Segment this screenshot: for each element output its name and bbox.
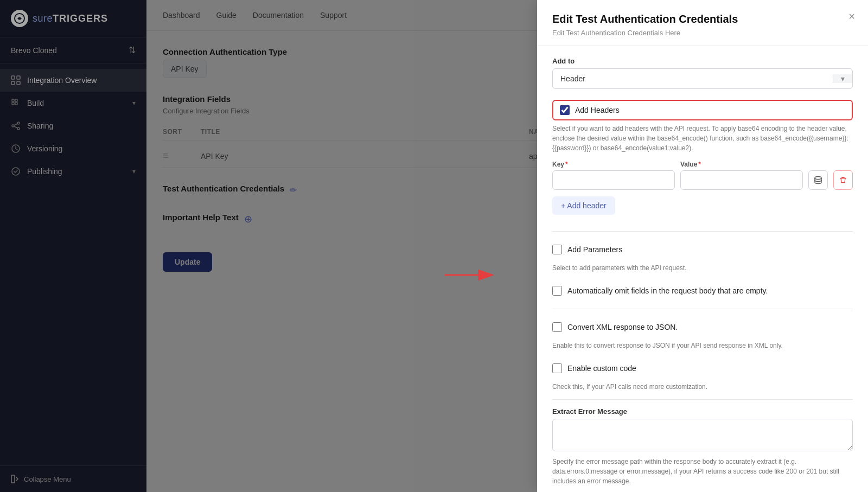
value-group: Value* (680, 161, 803, 190)
add-parameters-checkbox[interactable] (552, 245, 562, 254)
key-required: * (565, 161, 568, 168)
modal-panel: Edit Test Authentication Credentials Edi… (537, 0, 868, 492)
value-label: Value* (680, 161, 803, 168)
key-label: Key* (552, 161, 675, 168)
divider-1 (552, 231, 853, 232)
omit-fields-checkbox[interactable] (552, 286, 562, 296)
database-icon (814, 176, 822, 184)
value-input[interactable] (680, 170, 803, 190)
modal-title: Edit Test Authentication Credentials (552, 13, 853, 25)
extract-error-description: Specify the error message path within th… (552, 457, 853, 486)
add-headers-label: Add Headers (575, 106, 620, 114)
key-group: Key* (552, 161, 675, 190)
custom-code-label: Enable custom code (567, 364, 636, 373)
add-parameters-label: Add Parameters (567, 245, 622, 254)
omit-fields-label: Automatically omit fields in the request… (567, 286, 768, 295)
omit-fields-row: Automatically omit fields in the request… (552, 280, 853, 301)
custom-code-description: Check this, If your API calls need more … (552, 382, 853, 392)
convert-xml-description: Enable this to convert response to JSON … (552, 341, 853, 350)
key-input[interactable] (552, 170, 675, 190)
modal-close-button[interactable]: × (848, 11, 855, 22)
add-to-label: Add to (552, 57, 853, 65)
custom-code-checkbox[interactable] (552, 363, 562, 373)
select-arrow-icon: ▾ (833, 74, 852, 83)
add-headers-description: Select if you want to add headers with t… (552, 124, 853, 153)
add-headers-checkbox[interactable] (560, 105, 570, 115)
add-header-button[interactable]: + Add header (552, 196, 615, 215)
add-to-select[interactable]: Header Query Params Body (553, 69, 833, 88)
convert-xml-row: Convert XML response to JSON. (552, 317, 853, 337)
modal-body: Add to Header Query Params Body ▾ Add He… (537, 46, 868, 492)
value-required: * (698, 161, 701, 168)
divider-3 (552, 399, 853, 400)
divider-2 (552, 309, 853, 309)
add-parameters-row: Add Parameters (552, 239, 853, 260)
convert-xml-label: Convert XML response to JSON. (567, 323, 678, 331)
svg-point-19 (815, 177, 821, 180)
add-parameters-description: Select to add parameters with the API re… (552, 263, 853, 273)
modal-subtitle: Edit Test Authentication Credentials Her… (552, 29, 853, 37)
add-to-select-wrapper[interactable]: Header Query Params Body ▾ (552, 68, 853, 89)
modal-header: Edit Test Authentication Credentials Edi… (537, 0, 868, 46)
custom-code-row: Enable custom code (552, 358, 853, 379)
add-to-section: Add to Header Query Params Body ▾ (552, 57, 853, 89)
delete-row-btn[interactable] (833, 170, 853, 190)
add-headers-row: Add Headers (552, 100, 853, 120)
add-header-btn-wrapper: + Add header (552, 196, 615, 223)
extract-error-label: Extract Error Message (552, 407, 853, 416)
extract-error-section: Extract Error Message Specify the error … (552, 407, 853, 486)
trash-icon (839, 176, 847, 184)
key-value-row: Key* Value* (552, 161, 853, 190)
convert-xml-checkbox[interactable] (552, 322, 562, 332)
extract-error-input[interactable] (552, 419, 853, 451)
database-icon-btn[interactable] (808, 170, 828, 190)
